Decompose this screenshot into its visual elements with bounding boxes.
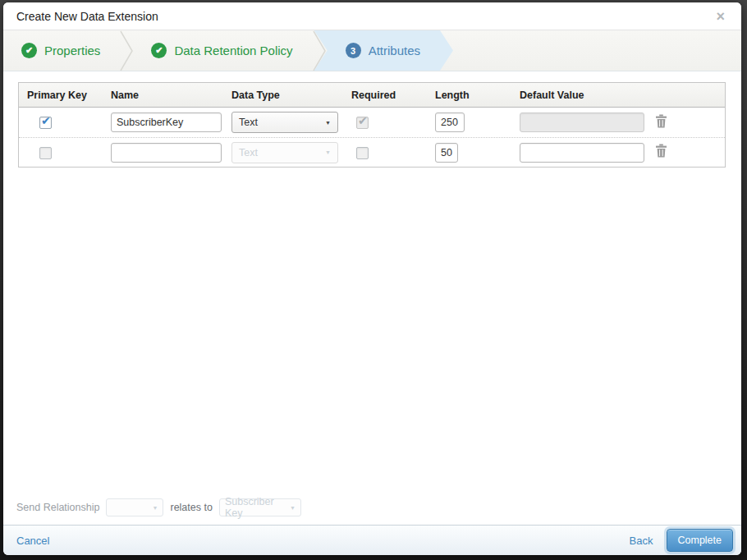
relates-to-dropdown: Subscriber Key ▼: [219, 498, 301, 516]
primary-key-checkbox[interactable]: [39, 147, 52, 159]
create-data-extension-modal: Create New Data Extension × ✔ Properties…: [3, 2, 741, 555]
data-type-value: Text: [239, 147, 258, 158]
modal-titlebar: Create New Data Extension ×: [3, 2, 741, 30]
column-header-default-value: Default Value: [520, 90, 653, 101]
send-relationship-section: Send Relationship ▼ relates to Subscribe…: [3, 497, 741, 525]
send-relationship-field-dropdown: ▼: [106, 498, 163, 516]
wizard-step-label: Data Retention Policy: [174, 44, 292, 57]
data-type-value: Text: [239, 117, 258, 128]
data-type-dropdown: Text ▼: [231, 142, 338, 163]
table-header-row: Primary Key Name Data Type Required Leng…: [19, 83, 725, 108]
table-row: Text ▼: [19, 108, 725, 137]
attributes-content: Primary Key Name Data Type Required Leng…: [3, 71, 741, 497]
default-value-input: [520, 112, 644, 132]
column-header-data-type: Data Type: [231, 90, 351, 101]
required-checkbox[interactable]: [356, 147, 369, 159]
modal-footer: Cancel Back Complete: [3, 525, 741, 555]
column-header-length: Length: [435, 90, 520, 101]
complete-button[interactable]: Complete: [667, 529, 734, 552]
wizard-step-attributes[interactable]: 3 Attributes: [314, 30, 453, 71]
wizard-step-label: Properties: [44, 44, 100, 57]
trash-icon[interactable]: [655, 144, 667, 158]
send-relationship-label: Send Relationship: [16, 502, 99, 513]
name-input[interactable]: [111, 143, 222, 163]
close-icon[interactable]: ×: [713, 7, 728, 25]
page-title: Create New Data Extension: [16, 10, 158, 23]
cancel-link[interactable]: Cancel: [16, 535, 49, 547]
attributes-table: Primary Key Name Data Type Required Leng…: [18, 82, 726, 168]
chevron-down-icon: ▼: [325, 149, 331, 155]
column-header-required: Required: [351, 90, 435, 101]
length-input[interactable]: [435, 112, 465, 132]
wizard-step-data-retention-policy[interactable]: ✔ Data Retention Policy: [133, 30, 312, 71]
check-circle-icon: ✔: [21, 43, 37, 58]
check-circle-icon: ✔: [151, 43, 167, 58]
table-row: Text ▼: [19, 137, 725, 167]
wizard-step-label: Attributes: [369, 44, 420, 57]
wizard-step-properties[interactable]: ✔ Properties: [3, 30, 120, 71]
chevron-down-icon: ▼: [153, 505, 158, 511]
step-separator-icon: [120, 30, 133, 71]
chevron-down-icon: ▼: [290, 505, 296, 511]
wizard-steps: ✔ Properties ✔ Data Retention Policy 3 A…: [3, 30, 741, 71]
required-checkbox: [356, 117, 369, 129]
name-input[interactable]: [111, 112, 222, 132]
column-header-primary-key: Primary Key: [19, 90, 111, 101]
length-input[interactable]: [435, 143, 458, 163]
back-link[interactable]: Back: [630, 535, 653, 547]
trash-icon[interactable]: [655, 114, 667, 128]
relates-to-value: Subscriber Key: [225, 496, 290, 519]
primary-key-checkbox[interactable]: [39, 117, 52, 129]
relates-to-label: relates to: [170, 502, 212, 513]
step-number-badge: 3: [346, 43, 361, 58]
data-type-dropdown[interactable]: Text ▼: [231, 112, 338, 133]
column-header-name: Name: [111, 90, 231, 101]
chevron-down-icon: ▼: [325, 120, 331, 126]
default-value-input[interactable]: [520, 143, 644, 163]
